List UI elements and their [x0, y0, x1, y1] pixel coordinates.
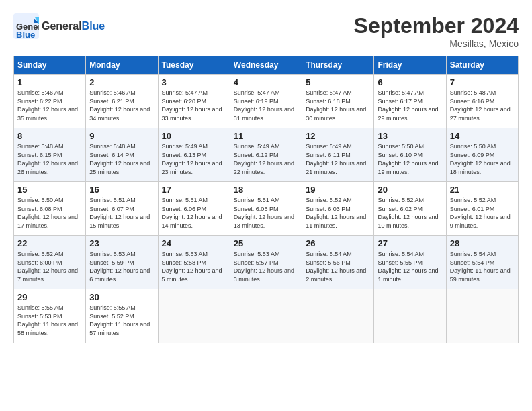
day-detail: Sunrise: 5:53 AMSunset: 5:59 PMDaylight:… — [89, 250, 150, 283]
calendar-week-row: 15 Sunrise: 5:50 AMSunset: 6:08 PMDaylig… — [14, 182, 519, 236]
page-header: General Blue GeneralBlue September 2024 … — [13, 13, 519, 49]
day-detail: Sunrise: 5:49 AMSunset: 6:12 PMDaylight:… — [234, 143, 294, 175]
month-title: September 2024 — [354, 13, 519, 38]
day-number: 8 — [17, 131, 82, 141]
logo-blue: Blue — [82, 20, 105, 32]
day-number: 21 — [450, 185, 515, 195]
calendar-cell: 7 Sunrise: 5:48 AMSunset: 6:16 PMDayligh… — [446, 75, 518, 128]
day-detail: Sunrise: 5:52 AMSunset: 6:02 PMDaylight:… — [378, 197, 438, 229]
logo-icon: General Blue — [13, 13, 39, 39]
day-detail: Sunrise: 5:51 AMSunset: 6:07 PMDaylight:… — [89, 197, 150, 229]
day-number: 13 — [378, 131, 442, 141]
calendar-cell: 4 Sunrise: 5:47 AMSunset: 6:19 PMDayligh… — [230, 75, 302, 128]
day-number: 3 — [162, 77, 226, 87]
calendar-cell: 27 Sunrise: 5:54 AMSunset: 5:55 PMDaylig… — [374, 236, 446, 289]
day-number: 30 — [89, 292, 154, 302]
calendar-cell: 28 Sunrise: 5:54 AMSunset: 5:54 PMDaylig… — [446, 236, 518, 289]
day-number: 11 — [234, 131, 298, 141]
day-number: 19 — [306, 185, 370, 195]
calendar-cell: 8 Sunrise: 5:48 AMSunset: 6:15 PMDayligh… — [14, 128, 86, 182]
calendar-cell: 3 Sunrise: 5:47 AMSunset: 6:20 PMDayligh… — [158, 75, 230, 128]
col-thursday: Thursday — [302, 56, 374, 75]
day-number: 14 — [450, 131, 515, 141]
day-number: 15 — [17, 185, 82, 195]
col-tuesday: Tuesday — [158, 56, 230, 75]
calendar-cell: 26 Sunrise: 5:54 AMSunset: 5:56 PMDaylig… — [302, 236, 374, 289]
day-number: 24 — [162, 238, 226, 248]
logo-general: General — [42, 20, 82, 32]
calendar-cell: 19 Sunrise: 5:52 AMSunset: 6:03 PMDaylig… — [302, 182, 374, 236]
calendar-cell: 21 Sunrise: 5:52 AMSunset: 6:01 PMDaylig… — [446, 182, 518, 236]
calendar-cell: 20 Sunrise: 5:52 AMSunset: 6:02 PMDaylig… — [374, 182, 446, 236]
day-number: 20 — [378, 185, 442, 195]
day-detail: Sunrise: 5:48 AMSunset: 6:16 PMDaylight:… — [450, 89, 511, 122]
calendar-cell: 18 Sunrise: 5:51 AMSunset: 6:05 PMDaylig… — [230, 182, 302, 236]
day-detail: Sunrise: 5:47 AMSunset: 6:18 PMDaylight:… — [306, 89, 366, 122]
day-detail: Sunrise: 5:55 AMSunset: 5:53 PMDaylight:… — [17, 304, 78, 336]
day-detail: Sunrise: 5:54 AMSunset: 5:55 PMDaylight:… — [378, 250, 438, 283]
col-friday: Friday — [374, 56, 446, 75]
day-number: 26 — [306, 238, 370, 248]
calendar-week-row: 29 Sunrise: 5:55 AMSunset: 5:53 PMDaylig… — [14, 289, 519, 343]
calendar-cell — [302, 289, 374, 343]
calendar-cell — [374, 289, 446, 343]
calendar-cell: 22 Sunrise: 5:52 AMSunset: 6:00 PMDaylig… — [14, 236, 86, 289]
day-detail: Sunrise: 5:46 AMSunset: 6:22 PMDaylight:… — [17, 89, 78, 122]
day-detail: Sunrise: 5:51 AMSunset: 6:06 PMDaylight:… — [162, 197, 222, 229]
calendar-cell: 17 Sunrise: 5:51 AMSunset: 6:06 PMDaylig… — [158, 182, 230, 236]
col-saturday: Saturday — [446, 56, 518, 75]
day-detail: Sunrise: 5:53 AMSunset: 5:57 PMDaylight:… — [234, 250, 294, 283]
location-subtitle: Mesillas, Mexico — [354, 38, 519, 49]
day-detail: Sunrise: 5:46 AMSunset: 6:21 PMDaylight:… — [89, 89, 150, 122]
calendar-cell: 10 Sunrise: 5:49 AMSunset: 6:13 PMDaylig… — [158, 128, 230, 182]
day-detail: Sunrise: 5:48 AMSunset: 6:14 PMDaylight:… — [89, 143, 150, 175]
day-number: 6 — [378, 77, 442, 87]
day-number: 7 — [450, 77, 515, 87]
header-row: Sunday Monday Tuesday Wednesday Thursday… — [14, 56, 519, 75]
calendar-cell — [230, 289, 302, 343]
day-detail: Sunrise: 5:48 AMSunset: 6:15 PMDaylight:… — [17, 143, 78, 175]
calendar-body: 1 Sunrise: 5:46 AMSunset: 6:22 PMDayligh… — [14, 75, 519, 343]
day-number: 28 — [450, 238, 515, 248]
day-detail: Sunrise: 5:52 AMSunset: 6:01 PMDaylight:… — [450, 197, 511, 229]
day-detail: Sunrise: 5:49 AMSunset: 6:13 PMDaylight:… — [162, 143, 222, 175]
day-number: 23 — [89, 238, 154, 248]
day-number: 10 — [162, 131, 226, 141]
calendar-cell: 2 Sunrise: 5:46 AMSunset: 6:21 PMDayligh… — [86, 75, 158, 128]
day-detail: Sunrise: 5:54 AMSunset: 5:54 PMDaylight:… — [450, 250, 511, 283]
col-wednesday: Wednesday — [230, 56, 302, 75]
day-detail: Sunrise: 5:47 AMSunset: 6:17 PMDaylight:… — [378, 89, 438, 122]
svg-text:Blue: Blue — [16, 30, 35, 39]
calendar-cell: 25 Sunrise: 5:53 AMSunset: 5:57 PMDaylig… — [230, 236, 302, 289]
calendar-cell: 6 Sunrise: 5:47 AMSunset: 6:17 PMDayligh… — [374, 75, 446, 128]
calendar-cell: 5 Sunrise: 5:47 AMSunset: 6:18 PMDayligh… — [302, 75, 374, 128]
day-number: 5 — [306, 77, 370, 87]
title-block: September 2024 Mesillas, Mexico — [354, 13, 519, 49]
calendar-cell: 24 Sunrise: 5:53 AMSunset: 5:58 PMDaylig… — [158, 236, 230, 289]
calendar-cell: 16 Sunrise: 5:51 AMSunset: 6:07 PMDaylig… — [86, 182, 158, 236]
day-number: 29 — [17, 292, 82, 302]
day-number: 22 — [17, 238, 82, 248]
day-number: 18 — [234, 185, 298, 195]
calendar-cell: 29 Sunrise: 5:55 AMSunset: 5:53 PMDaylig… — [14, 289, 86, 343]
calendar-table: Sunday Monday Tuesday Wednesday Thursday… — [13, 56, 519, 343]
day-detail: Sunrise: 5:50 AMSunset: 6:08 PMDaylight:… — [17, 197, 78, 229]
day-detail: Sunrise: 5:47 AMSunset: 6:19 PMDaylight:… — [234, 89, 294, 122]
calendar-week-row: 1 Sunrise: 5:46 AMSunset: 6:22 PMDayligh… — [14, 75, 519, 128]
day-detail: Sunrise: 5:51 AMSunset: 6:05 PMDaylight:… — [234, 197, 294, 229]
day-number: 16 — [89, 185, 154, 195]
calendar-cell — [446, 289, 518, 343]
day-detail: Sunrise: 5:50 AMSunset: 6:09 PMDaylight:… — [450, 143, 511, 175]
calendar-week-row: 8 Sunrise: 5:48 AMSunset: 6:15 PMDayligh… — [14, 128, 519, 182]
logo-text: GeneralBlue — [42, 19, 105, 32]
calendar-cell: 12 Sunrise: 5:49 AMSunset: 6:11 PMDaylig… — [302, 128, 374, 182]
col-monday: Monday — [86, 56, 158, 75]
calendar-header: Sunday Monday Tuesday Wednesday Thursday… — [14, 56, 519, 75]
calendar-cell: 11 Sunrise: 5:49 AMSunset: 6:12 PMDaylig… — [230, 128, 302, 182]
col-sunday: Sunday — [14, 56, 86, 75]
day-number: 25 — [234, 238, 298, 248]
day-detail: Sunrise: 5:49 AMSunset: 6:11 PMDaylight:… — [306, 143, 366, 175]
day-detail: Sunrise: 5:52 AMSunset: 6:03 PMDaylight:… — [306, 197, 366, 229]
calendar-cell: 9 Sunrise: 5:48 AMSunset: 6:14 PMDayligh… — [86, 128, 158, 182]
calendar-cell — [158, 289, 230, 343]
